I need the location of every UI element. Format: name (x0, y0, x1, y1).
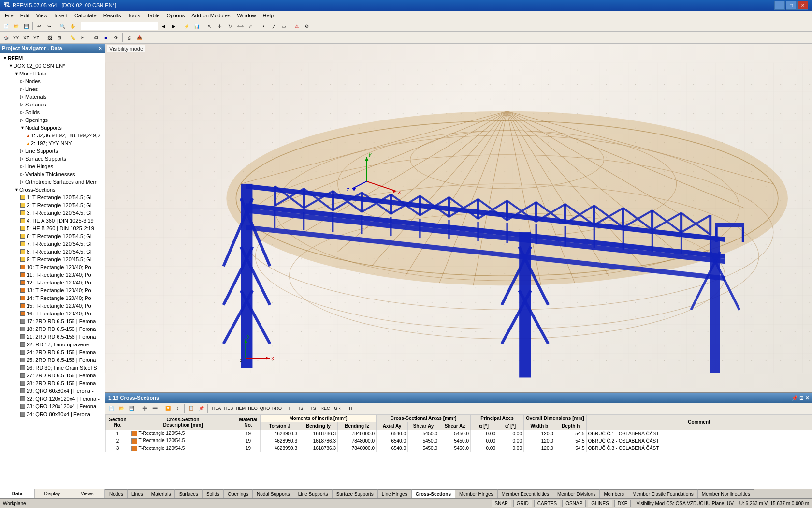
bottom-tab-nodal-supports[interactable]: Nodal Supports (253, 489, 294, 498)
panel-close-btn[interactable]: ✕ (97, 46, 103, 51)
combo-next[interactable]: ▶ (169, 21, 178, 31)
tree-cs-item-21[interactable]: 25: 2RD RD 6.5-156 | Ferona (1, 356, 104, 364)
combo-prev[interactable]: ◀ (159, 21, 168, 31)
panel-pin-btn[interactable]: 📌 (792, 395, 798, 401)
menu-item-calculate[interactable]: Calculate (72, 12, 100, 19)
table-add-btn[interactable]: ➕ (140, 403, 149, 413)
tree-cs-item-8[interactable]: 9: T-Rectangle 120/45.5; Gl (1, 255, 104, 263)
viewxy-btn[interactable]: XY (11, 33, 21, 43)
load-combo[interactable]: CO807 : 1.35G1 + P = 1.35G2 + 1.5Qr4 (81, 22, 158, 30)
tree-cs-item-26[interactable]: 32: QRO 120x120x4 | Ferona - (1, 395, 104, 403)
tree-cs-item-18[interactable]: 21: 2RD RD 6.5-156 | Ferona (1, 333, 104, 341)
scale-btn[interactable]: ⤢ (246, 21, 255, 31)
btn-GR[interactable]: GR (332, 403, 343, 413)
viewport[interactable]: Visibility mode (105, 44, 812, 392)
btn-HEM[interactable]: HEM (235, 403, 246, 413)
menu-item-results[interactable]: Results (101, 12, 124, 19)
line-btn[interactable]: ╱ (269, 21, 278, 31)
tree-root[interactable]: ▼ RFEM (1, 54, 104, 62)
table-row[interactable]: 2 T-Rectangle 120/54.5 19 4628950.3 1618… (106, 437, 812, 445)
export-btn[interactable]: 📤 (134, 33, 144, 43)
table-row[interactable]: 3 T-Rectangle 120/54.5 19 4628950.3 1618… (106, 445, 812, 452)
tree-cross-sections[interactable]: ▼ Cross-Sections (1, 186, 104, 194)
table-paste-btn[interactable]: 📌 (196, 403, 206, 413)
color-btn[interactable]: ■ (101, 33, 111, 43)
render-btn[interactable]: 🖼 (44, 33, 54, 43)
measure-btn[interactable]: 📏 (68, 33, 77, 43)
tree-cs-item-25[interactable]: 29: QRO 60x80x4 | Ferona - (1, 387, 104, 395)
table-del-btn[interactable]: ➖ (150, 403, 160, 413)
tree-model-data[interactable]: ▼ Model Data (1, 70, 104, 77)
pan-btn[interactable]: ✋ (68, 21, 77, 31)
tree-cs-item-16[interactable]: 17: 2RD RD 6.5-156 | Ferona (1, 317, 104, 325)
menu-item-table[interactable]: Table (144, 12, 162, 19)
tree-cs-item-6[interactable]: 7: T-Rectangle 120/54.5; Gl (1, 240, 104, 248)
warn-btn[interactable]: ⚠ (292, 21, 302, 31)
minimize-button[interactable]: _ (774, 1, 785, 10)
bottom-tab-surface-supports[interactable]: Surface Supports (333, 489, 378, 498)
tree-project[interactable]: ▼ DOX 02_00 CSN EN* (1, 62, 104, 70)
tree-solids[interactable]: ▷ Solids (1, 108, 104, 116)
open-btn[interactable]: 📂 (11, 21, 21, 31)
tree-openings[interactable]: ▷ Openings (1, 116, 104, 124)
btn-REC[interactable]: REC (320, 403, 331, 413)
rotate-btn[interactable]: ↻ (225, 21, 235, 31)
table-open-btn[interactable]: 📂 (116, 403, 126, 413)
tree-cs-item-17[interactable]: 18: 2RD RD 6.5-156 | Ferona (1, 325, 104, 333)
bottom-tab-surfaces[interactable]: Surfaces (175, 489, 202, 498)
menu-item-edit[interactable]: Edit (17, 12, 32, 19)
tree-cs-item-27[interactable]: 33: QRO 120x120x4 | Ferona (1, 403, 104, 410)
bottom-tab-line-supports[interactable]: Line Supports (294, 489, 333, 498)
hide-btn[interactable]: 👁 (111, 33, 121, 43)
menu-item-insert[interactable]: Insert (51, 12, 71, 19)
btn-TH[interactable]: TH (344, 403, 355, 413)
menu-item-help[interactable]: Help (260, 12, 277, 19)
settings-btn[interactable]: ⚙ (302, 21, 312, 31)
menu-item-window[interactable]: Window (234, 12, 259, 19)
table-sort-btn[interactable]: ↕ (173, 403, 183, 413)
panel-close-btn2[interactable]: ✕ (805, 395, 809, 401)
undo-btn[interactable]: ↩ (34, 21, 44, 31)
save-btn[interactable]: 💾 (21, 21, 31, 31)
bottom-tab-member-eccentricities[interactable]: Member Eccentricities (498, 489, 553, 498)
bottom-tab-nodes[interactable]: Nodes (105, 489, 128, 498)
panel-header-controls[interactable]: ✕ (97, 46, 103, 51)
bottom-tab-member-divisions[interactable]: Member Divisions (553, 489, 600, 498)
btn-RRO[interactable]: RRO (272, 403, 282, 413)
table-filter-btn[interactable]: 🔽 (163, 403, 173, 413)
titlebar-controls[interactable]: _ □ ✕ (774, 1, 808, 10)
bottom-tab-member-nonlinearities[interactable]: Member Nonlinearities (698, 489, 754, 498)
tree-cs-item-1[interactable]: 2: T-Rectangle 120/54.5; Gl (1, 201, 104, 209)
snap-btn-osnap[interactable]: OSNAP (562, 500, 586, 507)
tree-cs-item-22[interactable]: 26: RD 30; Fine Grain Steel S (1, 364, 104, 372)
new-btn[interactable]: 📄 (1, 21, 11, 31)
print-btn[interactable]: 🖨 (124, 33, 134, 43)
menu-item-file[interactable]: File (2, 12, 16, 19)
table-row[interactable]: 1 T-Rectangle 120/54.5 19 4628950.3 1618… (106, 430, 812, 437)
btn-TS[interactable]: TS (308, 403, 319, 413)
menu-item-view[interactable]: View (33, 12, 51, 19)
move-btn[interactable]: ✛ (215, 21, 225, 31)
snap-btn-dxf[interactable]: DXF (614, 500, 631, 507)
snap-btn-grid[interactable]: GRID (513, 500, 532, 507)
panel-float-btn[interactable]: ⊡ (799, 395, 803, 401)
bottom-tab-line-hinges[interactable]: Line Hinges (378, 489, 412, 498)
btn-HEO[interactable]: HEO (247, 403, 258, 413)
tree-cs-item-7[interactable]: 8: T-Rectangle 120/54.5; Gl (1, 248, 104, 255)
tree-nodal-supports[interactable]: ▼ Nodal Supports (1, 124, 104, 132)
panel-tab-data[interactable]: Data (0, 489, 35, 498)
btn-IS[interactable]: IS (296, 403, 306, 413)
tree-nodes[interactable]: ▷ Nodes (1, 77, 104, 85)
bottom-tab-cross-sections[interactable]: Cross-Sections (412, 489, 455, 498)
table-save-btn[interactable]: 💾 (127, 403, 136, 413)
snap-btn-cartes[interactable]: CARTES (534, 500, 560, 507)
table-new-btn[interactable]: 📄 (106, 403, 116, 413)
bottom-tab-lines[interactable]: Lines (128, 489, 147, 498)
surface-btn[interactable]: ▭ (279, 21, 289, 31)
zoom-btn[interactable]: 🔍 (58, 21, 67, 31)
close-button[interactable]: ✕ (798, 1, 808, 10)
node-btn[interactable]: • (259, 21, 268, 31)
btn-QRO[interactable]: QRO (260, 403, 270, 413)
tree-variable-thick[interactable]: ▷ Variable Thicknesses (1, 170, 104, 178)
tree-lines[interactable]: ▷ Lines (1, 85, 104, 93)
